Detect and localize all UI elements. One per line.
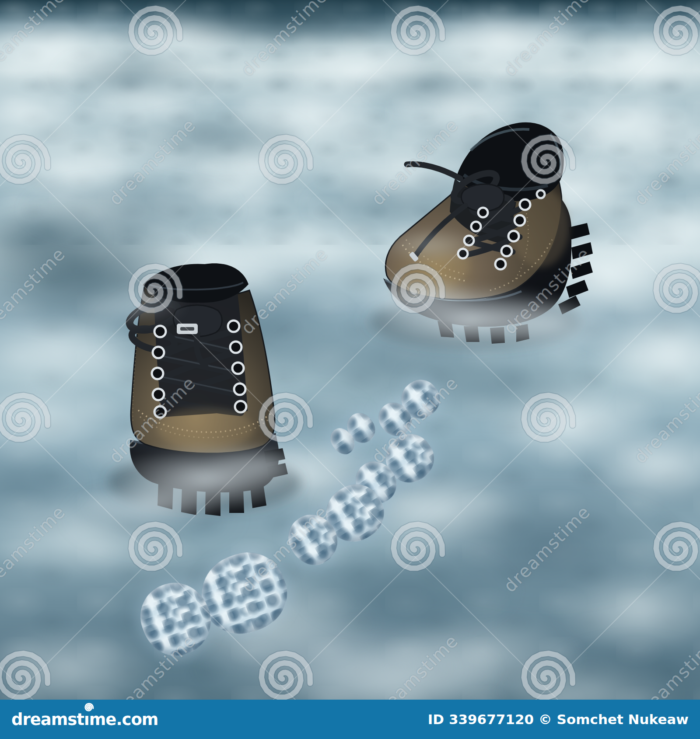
image-credit-text: ID 339677120 © Somchet Nukeaw — [428, 711, 689, 727]
fog-wisp — [81, 479, 225, 529]
fog-wisp — [192, 617, 508, 700]
logo-dotless-i: ı — [84, 710, 89, 729]
fog-wisp — [352, 276, 479, 320]
logo-text-suffix: me.com — [89, 711, 158, 728]
logo-text-prefix: dreamst — [11, 711, 84, 728]
stock-photo-page: dreamstimedreamstimedreamstimedreamstime… — [0, 0, 700, 739]
footer-bar: dreamstıme.com ID 339677120 © Somchet Nu… — [0, 700, 700, 739]
photo-boots-walking-on-clouds: dreamstimedreamstimedreamstimedreamstime… — [0, 0, 700, 700]
fog-layer — [0, 0, 700, 700]
dreamstime-logo: dreamstıme.com — [11, 711, 158, 728]
logo-letter-i: ı — [84, 711, 89, 728]
fog-wisp — [480, 297, 624, 352]
fog-wisp — [203, 443, 322, 486]
fog-wisp — [74, 286, 188, 326]
dreamstime-spiral-icon — [83, 701, 94, 713]
fog-wisp — [374, 229, 483, 261]
